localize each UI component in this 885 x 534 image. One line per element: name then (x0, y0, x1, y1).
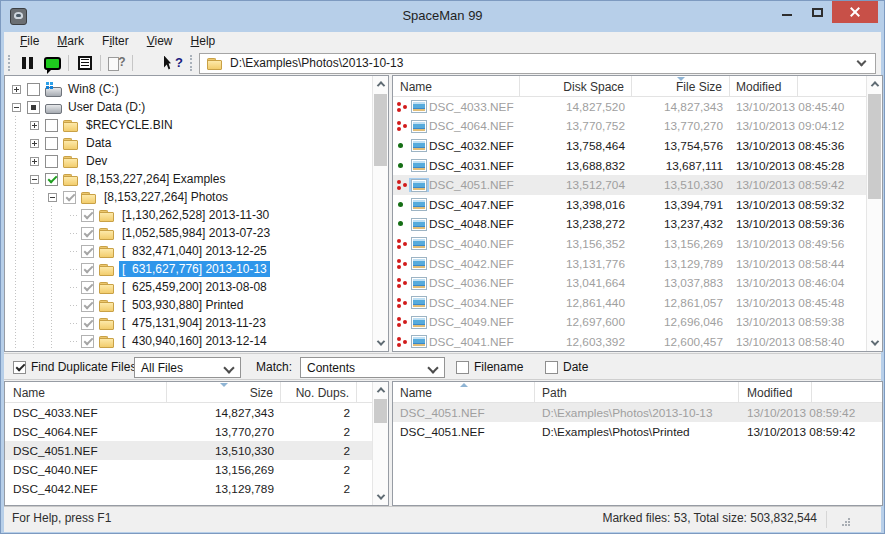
close-button[interactable] (832, 1, 878, 23)
expand-plus-icon[interactable] (30, 121, 39, 130)
address-text[interactable]: D:\Examples\Photos\2013-10-13 (230, 56, 403, 70)
tree-checkbox[interactable] (63, 191, 76, 204)
tree-label[interactable]: [ 503,930,880] Printed (119, 297, 246, 313)
file-row[interactable]: DSC_4040.NEF13,156,35213,156,26913/10/20… (393, 234, 866, 254)
column-header-name[interactable]: Name (5, 382, 167, 402)
duplicate-row[interactable]: DSC_4051.NEF13,510,3302 (5, 441, 372, 460)
tree-item-625-459-200-2013-08-08[interactable]: [ 625,459,200] 2013-08-08 (7, 278, 371, 296)
tree-label[interactable]: [ 430,940,160] 2013-12-14 (119, 333, 270, 349)
expand-plus-icon[interactable] (30, 157, 39, 166)
file-row[interactable]: DSC_4031.NEF13,688,83213,687,11113/10/20… (393, 156, 866, 176)
scroll-thumb[interactable] (374, 94, 387, 166)
tree-checkbox[interactable] (81, 317, 94, 330)
find-duplicate-files-checkbox[interactable] (13, 361, 26, 374)
tree-label[interactable]: [ 625,459,200] 2013-08-08 (119, 279, 270, 295)
column-header-path[interactable]: Path (535, 382, 739, 402)
scroll-thumb[interactable] (374, 399, 387, 423)
tree-label[interactable]: Data (83, 135, 114, 151)
file-row[interactable]: DSC_4049.NEF12,697,60012,696,04613/10/20… (393, 313, 866, 333)
duplicate-row[interactable]: DSC_4042.NEF13,129,7892 (5, 479, 372, 498)
title-bar[interactable]: SpaceMan 99 (1, 1, 884, 32)
tree-item-430-940-160-2013-12-14[interactable]: [ 430,940,160] 2013-12-14 (7, 332, 371, 350)
file-type-select[interactable]: All Files (134, 357, 241, 378)
tree-item-1-052-585-984-2013-07-23[interactable]: [1,052,585,984] 2013-07-23 (7, 224, 371, 242)
tree-item-8-153-227-264-examples[interactable]: [8,153,227,264] Examples (7, 170, 371, 188)
tree-checkbox[interactable] (81, 227, 94, 240)
tree-label[interactable]: [8,153,227,264] Examples (83, 171, 228, 187)
pause-button[interactable] (15, 52, 40, 74)
maximize-button[interactable] (802, 1, 832, 23)
column-header-no-dups[interactable]: No. Dups. (281, 382, 357, 402)
column-header-file-size[interactable]: File Size (632, 76, 730, 96)
expand-plus-icon[interactable] (30, 139, 39, 148)
column-header-modified[interactable]: Modified (739, 382, 812, 402)
column-header-modified[interactable]: Modified (730, 76, 798, 96)
file-row[interactable]: DSC_4032.NEF13,758,46413,754,57613/10/20… (393, 136, 866, 156)
tree-checkbox[interactable] (81, 281, 94, 294)
file-row[interactable]: DSC_4033.NEF14,827,52014,827,34313/10/20… (393, 97, 866, 117)
file-row[interactable]: DSC_4041.NEF12,603,39212,600,45713/10/20… (393, 332, 866, 351)
toolbar-gripper[interactable] (8, 55, 10, 71)
tree-item-1-130-262-528-2013-11-30[interactable]: [1,130,262,528] 2013-11-30 (7, 206, 371, 224)
tree-checkbox[interactable] (27, 83, 40, 96)
column-header-disk-space[interactable]: Disk Space (520, 76, 632, 96)
tree-checkbox[interactable] (81, 245, 94, 258)
file-row[interactable]: DSC_4042.NEF13,131,77613,129,78913/10/20… (393, 254, 866, 274)
match-row[interactable]: DSC_4051.NEFD:\Examples\Photos\Printed13… (393, 422, 882, 441)
tree-item-recycle-bin[interactable]: $RECYCLE.BIN (7, 116, 371, 134)
tree-checkbox[interactable] (81, 209, 94, 222)
tree-label[interactable]: [ 475,131,904] 2013-11-23 (119, 315, 269, 331)
tree-label[interactable]: [1,052,585,984] 2013-07-23 (119, 225, 273, 241)
file-list-scrollbar[interactable] (866, 76, 882, 351)
tree-label[interactable]: [1,130,262,528] 2013-11-30 (119, 207, 272, 223)
tree-item-503-930-880-printed[interactable]: [ 503,930,880] Printed (7, 296, 371, 314)
tree-item-data[interactable]: Data (7, 134, 371, 152)
scroll-up-icon[interactable] (867, 76, 882, 92)
report-button[interactable] (72, 52, 97, 74)
chevron-down-icon[interactable] (857, 57, 867, 67)
mark-bubble-button[interactable] (40, 52, 65, 74)
address-bar[interactable]: D:\Examples\Photos\2013-10-13 (199, 53, 876, 74)
scroll-down-icon[interactable] (373, 335, 388, 351)
file-row[interactable]: DSC_4051.NEF13,512,70413,510,33013/10/20… (393, 175, 866, 195)
file-row[interactable]: DSC_4048.NEF13,238,27213,237,43213/10/20… (393, 215, 866, 235)
tree-scrollbar[interactable] (372, 76, 388, 351)
date-checkbox[interactable] (545, 361, 558, 374)
match-select[interactable]: Contents (300, 357, 445, 378)
tree-item-win8-c[interactable]: Win8 (C:) (7, 80, 371, 98)
file-row[interactable]: DSC_4064.NEF13,770,75213,770,27013/10/20… (393, 117, 866, 137)
menu-filter[interactable]: Filter (93, 33, 138, 50)
resize-grip[interactable] (840, 516, 850, 526)
tree-checkbox[interactable] (27, 101, 40, 114)
file-row[interactable]: DSC_4034.NEF12,861,44012,861,05713/10/20… (393, 293, 866, 313)
tree-item-475-131-904-2013-11-23[interactable]: [ 475,131,904] 2013-11-23 (7, 314, 371, 332)
duplicate-row[interactable]: DSC_4033.NEF14,827,3432 (5, 403, 372, 422)
scroll-thumb[interactable] (868, 94, 881, 199)
addressbar-gripper[interactable] (190, 55, 192, 71)
tree-label[interactable]: User Data (D:) (65, 99, 148, 115)
menu-help[interactable]: Help (182, 33, 225, 50)
tree-checkbox[interactable] (81, 299, 94, 312)
duplicate-row[interactable]: DSC_4064.NEF13,770,2702 (5, 422, 372, 441)
match-row[interactable]: DSC_4051.NEFD:\Examples\Photos\2013-10-1… (393, 403, 882, 422)
tree-label[interactable]: Dev (83, 153, 110, 169)
tree-checkbox[interactable] (45, 155, 58, 168)
tree-item-631-627-776-2013-10-13[interactable]: [ 631,627,776] 2013-10-13 (7, 260, 371, 278)
expand-plus-icon[interactable] (12, 85, 21, 94)
scroll-down-icon[interactable] (373, 489, 388, 505)
tree-checkbox[interactable] (81, 263, 94, 276)
tree-label[interactable]: $RECYCLE.BIN (83, 117, 176, 133)
tree-label[interactable]: Win8 (C:) (65, 81, 122, 97)
file-help-button[interactable] (104, 52, 129, 74)
collapse-minus-icon[interactable] (12, 103, 21, 112)
column-header-name[interactable]: Name (393, 382, 535, 402)
tree-checkbox[interactable] (45, 137, 58, 150)
tree-item-832-471-040-2013-12-25[interactable]: [ 832,471,040] 2013-12-25 (7, 242, 371, 260)
scroll-down-icon[interactable] (867, 335, 882, 351)
file-row[interactable]: DSC_4036.NEF13,041,66413,037,88313/10/20… (393, 273, 866, 293)
help-button[interactable] (136, 52, 161, 74)
context-help-button[interactable] (161, 52, 186, 74)
minimize-button[interactable] (772, 1, 802, 23)
tree-item-user-data-d[interactable]: User Data (D:) (7, 98, 371, 116)
duplicates-scrollbar[interactable] (372, 382, 388, 505)
